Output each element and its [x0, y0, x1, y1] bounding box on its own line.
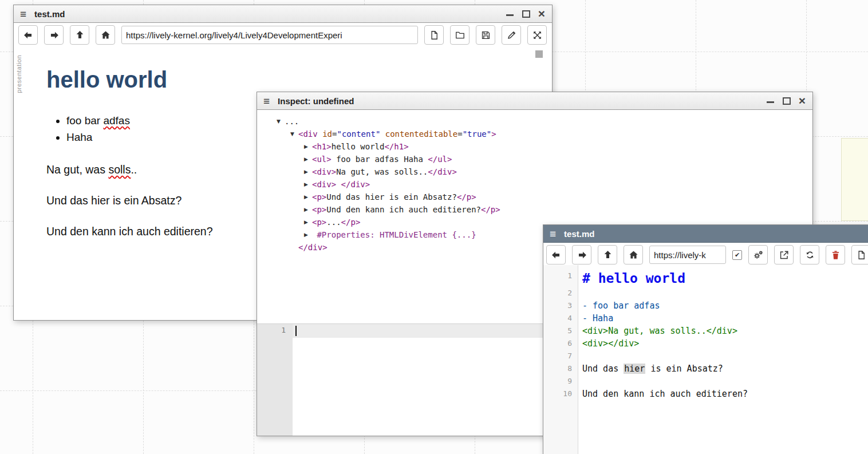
url-input[interactable] — [121, 26, 418, 44]
up-button[interactable] — [598, 245, 617, 264]
triangle-right-icon[interactable]: ▶ — [304, 191, 312, 203]
code-token: </div> — [428, 167, 457, 176]
home-button[interactable] — [96, 25, 115, 45]
editor-line[interactable]: 9 — [543, 375, 868, 388]
editor-line[interactable]: 8Und das hier is ein Absatz? — [543, 362, 868, 375]
inspector-node[interactable]: ▶<h1>hello world</h1> — [257, 140, 812, 153]
reload-button[interactable] — [800, 245, 819, 264]
close-button[interactable]: × — [538, 10, 545, 18]
minimize-button[interactable] — [767, 97, 775, 105]
code-token: <div — [298, 129, 318, 139]
code-line: - Haha — [578, 312, 613, 325]
refresh-icon — [804, 250, 815, 260]
save-button[interactable] — [476, 25, 495, 45]
inspector-node[interactable]: ▼... — [257, 115, 812, 128]
new-file-icon — [856, 250, 867, 260]
code-token — [336, 180, 341, 189]
close-button[interactable]: × — [799, 97, 806, 105]
menu-icon[interactable]: ≡ — [20, 9, 26, 19]
code-token: <div>Na gut, was solls..</div> — [582, 326, 737, 336]
delete-button[interactable] — [826, 245, 845, 264]
editor-gutter — [257, 324, 293, 436]
back-button[interactable] — [18, 25, 38, 45]
line-number: 6 — [543, 337, 578, 350]
expand-button[interactable] — [527, 25, 547, 45]
inspector-node[interactable]: ▶<div> </div> — [257, 178, 812, 191]
back-arrow-icon — [551, 250, 562, 260]
code-token: Und das hier is ein Absatz? — [326, 192, 457, 202]
back-button[interactable] — [546, 245, 566, 264]
minimize-button[interactable] — [506, 10, 514, 18]
code-token: #Properties: HTMLDivElement {...} — [312, 230, 476, 239]
code-token: Und das — [582, 364, 624, 374]
triangle-down-icon[interactable]: ▼ — [290, 128, 298, 140]
code-token: <h1> — [312, 142, 332, 151]
line-number: 8 — [543, 362, 578, 375]
editor-line[interactable]: 10Und den kann ich auch editieren? — [543, 388, 868, 400]
forward-button[interactable] — [572, 245, 591, 264]
window1-titlebar[interactable]: ≡ test.md × — [14, 5, 552, 23]
maximize-icon — [783, 97, 791, 105]
triangle-right-icon[interactable]: ▶ — [304, 216, 312, 228]
menu-icon[interactable]: ≡ — [550, 228, 556, 239]
triangle-right-icon[interactable]: ▶ — [304, 153, 312, 165]
editor-line[interactable]: 4- Haha — [543, 312, 868, 325]
window2-titlebar[interactable]: ≡ Inspect: undefined × — [257, 92, 812, 110]
url-input[interactable] — [649, 246, 726, 264]
triangle-right-icon[interactable]: ▶ — [304, 140, 312, 153]
triangle-right-icon[interactable]: ▶ — [304, 228, 312, 241]
new-file-button[interactable] — [851, 245, 868, 264]
line-number: 3 — [543, 299, 578, 312]
editor-line[interactable]: 3- foo bar adfas — [543, 299, 868, 312]
editor-line[interactable]: 7 — [543, 350, 868, 362]
inspector-node[interactable]: ▼<div id="content" contenteditable="true… — [257, 128, 812, 140]
code-token: # hello world — [582, 271, 685, 286]
triangle-right-icon[interactable]: ▶ — [304, 203, 312, 216]
inspector-node[interactable]: ▶<div>Na gut, was solls..</div> — [257, 165, 812, 178]
edit-button[interactable] — [502, 25, 521, 45]
gears-icon — [753, 250, 764, 260]
up-button[interactable] — [70, 25, 89, 45]
code-token: <p> — [312, 192, 326, 202]
editor-line[interactable]: 5<div>Na gut, was solls..</div> — [543, 325, 868, 337]
forward-arrow-icon — [577, 250, 587, 260]
home-button[interactable] — [624, 245, 643, 264]
new-file-button[interactable] — [424, 25, 444, 45]
maximize-button[interactable] — [783, 97, 791, 105]
code-token: > — [491, 129, 496, 139]
line-number: 2 — [543, 287, 578, 299]
code-token: = — [457, 129, 462, 139]
triangle-down-icon[interactable]: ▼ — [277, 115, 285, 128]
folder-button[interactable] — [450, 25, 469, 45]
back-arrow-icon — [23, 30, 34, 41]
text-run: foo bar — [66, 115, 103, 127]
trash-icon — [830, 250, 841, 260]
inspector-node[interactable]: ▶<p>Und das hier is ein Absatz?</p> — [257, 191, 812, 203]
code-token: ... — [285, 117, 299, 126]
editor-line[interactable]: 6<div></div> — [543, 337, 868, 350]
code-token: "true" — [463, 129, 492, 139]
inspector-node[interactable]: ▶<p>Und den kann ich auch editieren?</p> — [257, 203, 812, 216]
code-token: <ul> — [312, 155, 332, 164]
checkbox[interactable]: ✔ — [732, 250, 742, 260]
markdown-source-editor[interactable]: 1# hello world23- foo bar adfas4- Haha5<… — [543, 265, 868, 454]
code-token: Und den kann ich auch editieren? — [582, 389, 748, 399]
line-number: 4 — [543, 312, 578, 325]
triangle-right-icon[interactable]: ▶ — [304, 165, 312, 178]
code-token: </div> — [341, 180, 370, 189]
editor-line[interactable]: 1# hello world — [543, 270, 868, 287]
menu-icon[interactable]: ≡ — [263, 96, 270, 106]
forward-button[interactable] — [44, 25, 64, 45]
settings-button[interactable] — [748, 245, 768, 264]
minimize-icon — [506, 14, 514, 16]
triangle-right-icon[interactable]: ▶ — [304, 178, 312, 191]
maximize-button[interactable] — [522, 10, 530, 18]
scrollbar-thumb[interactable] — [535, 50, 543, 58]
editor-line[interactable]: 2 — [543, 287, 868, 299]
line-number: 9 — [543, 375, 578, 388]
window3-titlebar[interactable]: ≡ test.md — [543, 225, 868, 243]
code-token: contenteditable — [385, 129, 457, 139]
inspector-node[interactable]: ▶<ul> foo bar adfas Haha </ul> — [257, 153, 812, 165]
preview-heading: hello world — [46, 66, 552, 93]
open-external-button[interactable] — [774, 245, 794, 264]
